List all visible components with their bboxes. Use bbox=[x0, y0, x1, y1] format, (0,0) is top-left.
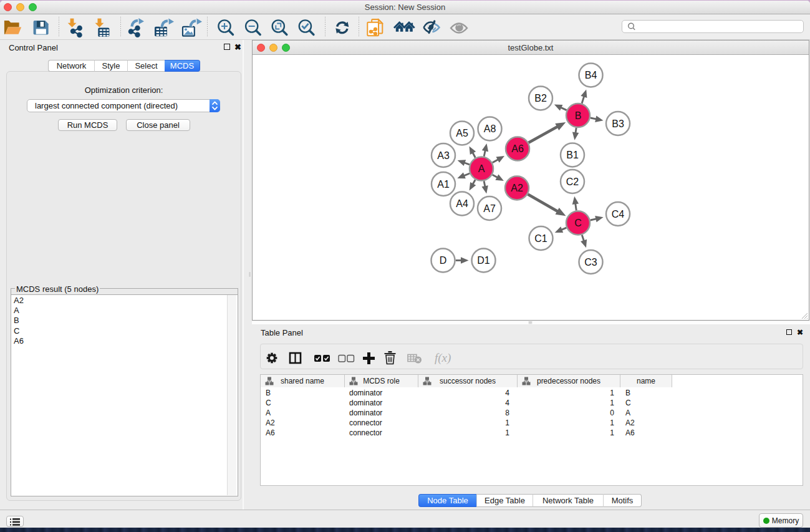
svg-text:f(x): f(x) bbox=[435, 351, 451, 365]
svg-text:B1: B1 bbox=[566, 150, 579, 160]
svg-text:A1: A1 bbox=[437, 179, 450, 190]
svg-text:A6: A6 bbox=[511, 143, 524, 154]
svg-text:C3: C3 bbox=[584, 257, 597, 268]
svg-text:B3: B3 bbox=[612, 118, 624, 129]
svg-text:A: A bbox=[478, 163, 485, 174]
svg-text:C1: C1 bbox=[534, 233, 547, 244]
svg-text:D: D bbox=[440, 255, 447, 266]
svg-text:A2: A2 bbox=[511, 183, 523, 193]
svg-text:B4: B4 bbox=[585, 70, 597, 80]
svg-text:A7: A7 bbox=[483, 203, 496, 214]
svg-text:B: B bbox=[575, 110, 582, 121]
svg-text:A4: A4 bbox=[456, 198, 468, 209]
svg-text:B2: B2 bbox=[534, 93, 547, 104]
svg-text:C: C bbox=[574, 218, 582, 228]
svg-text:C4: C4 bbox=[612, 209, 625, 220]
svg-text:D1: D1 bbox=[477, 255, 490, 266]
svg-text:C2: C2 bbox=[566, 177, 579, 187]
svg-text:A3: A3 bbox=[437, 150, 450, 161]
svg-text:A8: A8 bbox=[484, 123, 496, 134]
svg-text:A5: A5 bbox=[456, 128, 468, 138]
